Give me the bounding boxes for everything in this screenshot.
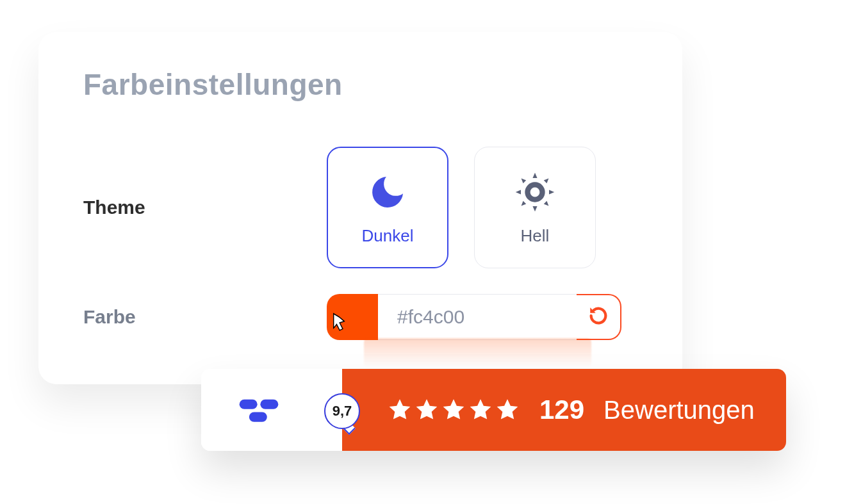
settings-title: Farbeinstellungen [83,67,637,102]
star-icon [468,397,493,423]
color-swatch[interactable] [327,294,378,340]
star-icon [414,397,439,423]
star-icon [495,397,520,423]
theme-option-light-label: Hell [521,226,550,246]
svg-marker-4 [549,190,554,194]
color-control [327,294,621,340]
theme-label: Theme [83,197,327,218]
rating-logo-section: 9,7 [201,369,342,451]
svg-marker-2 [532,206,537,211]
svg-marker-3 [516,190,521,194]
svg-point-0 [527,184,542,199]
rating-score-bubble: 9,7 [324,393,360,429]
svg-marker-1 [532,172,537,177]
svg-marker-6 [544,200,549,206]
svg-marker-8 [521,200,527,206]
reset-color-button[interactable] [577,294,621,340]
undo-icon [587,305,609,329]
color-glow [364,338,591,368]
theme-option-light[interactable]: Hell [474,147,596,268]
color-label: Farbe [83,306,327,328]
brand-logo-icon [236,394,281,425]
theme-option-dark[interactable]: Dunkel [327,147,448,268]
color-row: Farbe [83,294,637,340]
rating-stars [387,397,520,423]
theme-row: Theme Dunkel [83,147,637,268]
rating-score: 9,7 [333,403,352,419]
svg-rect-10 [240,400,258,409]
svg-marker-5 [521,178,527,183]
svg-marker-7 [544,178,549,183]
theme-option-dark-label: Dunkel [362,226,414,246]
theme-options: Dunkel [327,147,596,268]
rating-content: 129 Bewertungen [342,369,786,451]
star-icon [387,397,413,423]
svg-rect-11 [260,400,278,409]
rating-count: 129 [539,394,584,425]
moon-icon [365,170,410,215]
sun-icon [513,170,557,215]
color-input-wrap [378,294,577,340]
star-icon [441,397,466,423]
color-input[interactable] [397,306,577,328]
color-settings-card: Farbeinstellungen Theme Dunkel [38,32,682,384]
svg-rect-12 [249,412,267,422]
rating-bar: 9,7 129 Bewertungen [201,369,786,451]
rating-label: Bewertungen [604,396,755,425]
